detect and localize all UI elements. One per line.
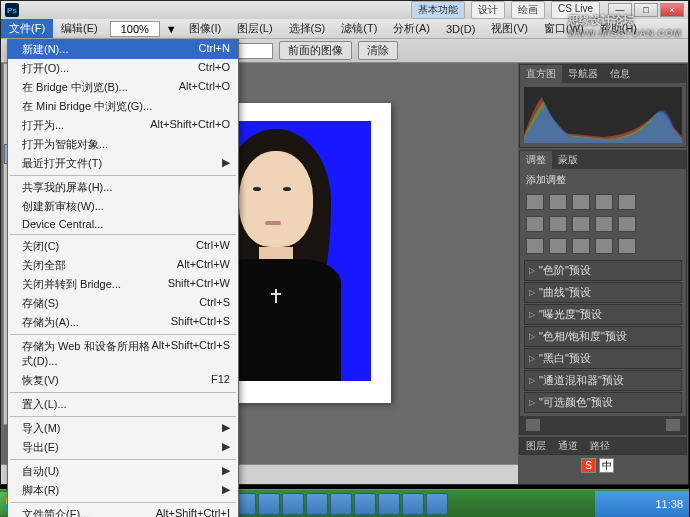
menu-item[interactable]: 关闭并转到 Bridge...Shift+Ctrl+W xyxy=(8,275,238,294)
zoom-field[interactable]: 100% xyxy=(110,21,160,37)
menu-item[interactable]: 恢复(V)F12 xyxy=(8,371,238,390)
menu-filter[interactable]: 滤镜(T) xyxy=(333,19,385,38)
taskbar-item[interactable] xyxy=(282,493,304,515)
menu-item[interactable]: 脚本(R)▶ xyxy=(8,481,238,500)
workspace-tab-basic[interactable]: 基本功能 xyxy=(411,1,465,19)
clock: 11:38 xyxy=(655,498,683,510)
preset-item[interactable]: ▷"曝光度"预设 xyxy=(524,304,682,325)
menu-item[interactable]: 打开(O)...Ctrl+O xyxy=(8,59,238,78)
gradientmap-icon[interactable] xyxy=(595,238,613,254)
menu-item[interactable]: 自动(U)▶ xyxy=(8,462,238,481)
preset-item[interactable]: ▷"曲线"预设 xyxy=(524,282,682,303)
watermark: 思缘设计论坛 WWW.MISSYUAN.COM xyxy=(568,12,683,38)
system-tray[interactable]: 11:38 xyxy=(595,491,689,517)
file-menu-dropdown: 新建(N)...Ctrl+N打开(O)...Ctrl+O在 Bridge 中浏览… xyxy=(7,39,239,517)
taskbar-item[interactable] xyxy=(354,493,376,515)
menu-edit[interactable]: 编辑(E) xyxy=(53,19,106,38)
menu-view[interactable]: 视图(V) xyxy=(483,19,536,38)
posterize-icon[interactable] xyxy=(549,238,567,254)
menu-item[interactable]: 存储为(A)...Shift+Ctrl+S xyxy=(8,313,238,332)
histogram-display xyxy=(524,87,682,143)
histogram-panel: 直方图 导航器 信息 xyxy=(519,64,687,148)
menu-item[interactable]: 在 Mini Bridge 中浏览(G)... xyxy=(8,97,238,116)
add-adjustment-label: 添加调整 xyxy=(520,169,686,191)
menu-item[interactable]: 置入(L)... xyxy=(8,395,238,414)
menu-file[interactable]: 文件(F) xyxy=(1,19,53,38)
adjustments-panel: 调整 蒙版 添加调整 xyxy=(519,150,687,435)
front-image-button[interactable]: 前面的图像 xyxy=(279,41,352,60)
ime-cn-icon[interactable]: 中 xyxy=(599,458,614,473)
taskbar-item[interactable] xyxy=(258,493,280,515)
selectivecolor-icon[interactable] xyxy=(618,238,636,254)
menu-3d[interactable]: 3D(D) xyxy=(438,21,483,37)
taskbar-item[interactable] xyxy=(402,493,424,515)
menu-item[interactable]: 存储为 Web 和设备所用格式(D)...Alt+Shift+Ctrl+S xyxy=(8,337,238,371)
brightness-icon[interactable] xyxy=(526,194,544,210)
tab-navigator[interactable]: 导航器 xyxy=(562,65,604,83)
tab-layers[interactable]: 图层 xyxy=(520,438,552,454)
ime-tray: S 中 xyxy=(581,458,614,473)
preset-item[interactable]: ▷"可选颜色"预设 xyxy=(524,392,682,413)
menu-item[interactable]: 文件简介(F)...Alt+Shift+Ctrl+I xyxy=(8,505,238,517)
menu-item[interactable]: 最近打开文件(T)▶ xyxy=(8,154,238,173)
workspace-tab-paint[interactable]: 绘画 xyxy=(511,1,545,19)
tab-info[interactable]: 信息 xyxy=(604,65,636,83)
menu-analysis[interactable]: 分析(A) xyxy=(385,19,438,38)
menu-item[interactable]: Device Central... xyxy=(8,216,238,232)
hue-icon[interactable] xyxy=(526,216,544,232)
menu-image[interactable]: 图像(I) xyxy=(181,19,229,38)
preset-item[interactable]: ▷"黑白"预设 xyxy=(524,348,682,369)
bw-icon[interactable] xyxy=(572,216,590,232)
tab-histogram[interactable]: 直方图 xyxy=(520,65,562,83)
menu-item[interactable]: 在 Bridge 中浏览(B)...Alt+Ctrl+O xyxy=(8,78,238,97)
dpi-input[interactable] xyxy=(237,43,273,59)
colorbalance-icon[interactable] xyxy=(549,216,567,232)
tab-paths[interactable]: 路径 xyxy=(584,438,616,454)
tray-icon[interactable] xyxy=(601,497,615,511)
menu-select[interactable]: 选择(S) xyxy=(281,19,334,38)
taskbar-item[interactable] xyxy=(426,493,448,515)
menu-item[interactable]: 存储(S)Ctrl+S xyxy=(8,294,238,313)
channelmixer-icon[interactable] xyxy=(618,216,636,232)
zoom-dropdown-icon[interactable]: ▼ xyxy=(166,23,177,35)
taskbar-item[interactable] xyxy=(306,493,328,515)
menu-item[interactable]: 共享我的屏幕(H)... xyxy=(8,178,238,197)
exposure-icon[interactable] xyxy=(595,194,613,210)
preset-item[interactable]: ▷"色相/饱和度"预设 xyxy=(524,326,682,347)
photofilter-icon[interactable] xyxy=(595,216,613,232)
preset-item[interactable]: ▷"色阶"预设 xyxy=(524,260,682,281)
layers-panel: 图层 通道 路径 xyxy=(519,437,687,455)
menu-item[interactable]: 导入(M)▶ xyxy=(8,419,238,438)
menu-layer[interactable]: 图层(L) xyxy=(229,19,280,38)
ime-s-icon[interactable]: S xyxy=(581,458,596,473)
taskbar-item[interactable] xyxy=(378,493,400,515)
panels-dock: 直方图 导航器 信息 调整 蒙版 添加调整 xyxy=(518,63,688,464)
taskbar-item[interactable] xyxy=(330,493,352,515)
levels-icon[interactable] xyxy=(549,194,567,210)
invert-icon[interactable] xyxy=(526,238,544,254)
menu-item[interactable]: 导出(E)▶ xyxy=(8,438,238,457)
menu-item[interactable]: 打开为...Alt+Shift+Ctrl+O xyxy=(8,116,238,135)
curves-icon[interactable] xyxy=(572,194,590,210)
threshold-icon[interactable] xyxy=(572,238,590,254)
menu-item[interactable]: 新建(N)...Ctrl+N xyxy=(8,40,238,59)
tab-adjustments[interactable]: 调整 xyxy=(520,151,552,169)
workspace-tab-design[interactable]: 设计 xyxy=(471,1,505,19)
tray-icon[interactable] xyxy=(619,497,633,511)
menu-item[interactable]: 关闭全部Alt+Ctrl+W xyxy=(8,256,238,275)
menu-item[interactable]: 创建新审核(W)... xyxy=(8,197,238,216)
panel-trash-icon[interactable] xyxy=(666,419,680,431)
tray-icon[interactable] xyxy=(637,497,651,511)
panel-expand-icon[interactable] xyxy=(526,419,540,431)
clear-button[interactable]: 清除 xyxy=(358,41,398,60)
menu-item[interactable]: 打开为智能对象... xyxy=(8,135,238,154)
vibrance-icon[interactable] xyxy=(618,194,636,210)
tab-channels[interactable]: 通道 xyxy=(552,438,584,454)
preset-item[interactable]: ▷"通道混和器"预设 xyxy=(524,370,682,391)
menu-item[interactable]: 关闭(C)Ctrl+W xyxy=(8,237,238,256)
tab-masks[interactable]: 蒙版 xyxy=(552,151,584,169)
app-icon: Ps xyxy=(5,3,19,17)
